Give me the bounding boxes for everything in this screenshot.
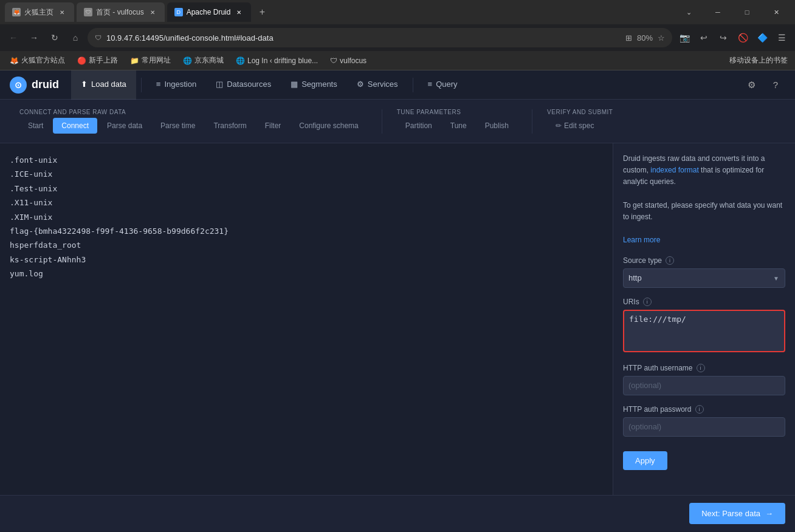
tab-2-close[interactable]: ✕ — [148, 7, 157, 17]
back-history-button[interactable]: ↩ — [695, 29, 712, 46]
source-type-select[interactable]: http local s3 — [623, 268, 785, 288]
nav-datasources-label: Datasources — [227, 80, 271, 89]
list-item: .Test-unix — [10, 182, 603, 196]
step-filter[interactable]: Filter — [256, 118, 290, 134]
bookmark-vulfocus[interactable]: 🛡 vulfocus — [328, 55, 369, 66]
bookmark-drifting[interactable]: 🌐 Log In ‹ drifting blue... — [233, 55, 320, 66]
uris-info-icon[interactable]: i — [643, 298, 652, 306]
help-button[interactable]: ? — [766, 75, 785, 95]
qr-code-icon[interactable]: ⊞ — [625, 33, 632, 43]
http-auth-username-info-icon[interactable]: i — [697, 364, 705, 372]
druid-nav: ⊙ druid ⬆ Load data ≡ Ingestion ◫ Dataso… — [0, 70, 795, 100]
nav-ingestion[interactable]: ≡ Ingestion — [146, 70, 206, 100]
forward-history-button[interactable]: ↪ — [715, 29, 732, 46]
http-auth-password-input[interactable] — [623, 417, 785, 437]
tab-1-close[interactable]: ✕ — [57, 7, 67, 17]
tab-1[interactable]: 🦊 火狐主页 ✕ — [5, 2, 74, 22]
http-auth-username-group: HTTP auth username i — [623, 364, 785, 395]
close-button[interactable]: ✕ — [762, 2, 790, 22]
forward-button[interactable]: → — [26, 29, 43, 46]
wizard-sep-2 — [532, 109, 532, 134]
bookmark-firefox[interactable]: 🦊 火狐官方站点 — [7, 54, 67, 67]
addon-icon-2[interactable]: 🔷 — [754, 29, 771, 46]
nav-ingestion-label: Ingestion — [164, 80, 196, 89]
bookmark-common-label: 常用网址 — [142, 55, 171, 66]
nav-query[interactable]: ≡ Query — [418, 70, 467, 100]
menu-button[interactable]: ☰ — [773, 29, 790, 46]
bookmark-jd-label: 京东商城 — [194, 55, 224, 66]
bookmark-firefox-label: 火狐官方站点 — [21, 55, 65, 66]
tab-2[interactable]: 🛡 首页 - vulfocus ✕ — [77, 2, 165, 22]
address-bar[interactable]: 🛡 10.9.47.6:14495/unified-console.html#l… — [88, 28, 672, 47]
next-button-label: Next: Parse data — [701, 509, 760, 518]
nav-divider-2 — [413, 78, 413, 92]
bottom-bar: Next: Parse data → — [0, 495, 795, 531]
tab-3[interactable]: D Apache Druid ✕ — [167, 2, 252, 22]
bookmark-jd-icon: 🌐 — [183, 56, 192, 65]
step-parse-data[interactable]: Parse data — [98, 118, 151, 134]
step-parse-time[interactable]: Parse time — [152, 118, 204, 134]
step-edit-spec[interactable]: ✏ Edit spec — [547, 118, 602, 134]
security-icon: 🛡 — [95, 34, 102, 41]
learn-more-link[interactable]: Learn more — [623, 236, 660, 244]
settings-button[interactable]: ⚙ — [742, 75, 761, 95]
new-tab-button[interactable]: + — [253, 4, 270, 21]
nav-query-label: Query — [436, 80, 457, 89]
list-item: flag-{bmha4322498-f99f-4136-9658-b99d66f… — [10, 224, 603, 238]
nav-divider-1 — [141, 78, 142, 92]
step-start[interactable]: Start — [19, 118, 52, 134]
step-configure-schema[interactable]: Configure schema — [291, 118, 367, 134]
uris-group: URIs i file:///tmp/ — [623, 298, 785, 354]
step-transform[interactable]: Transform — [205, 118, 255, 134]
bookmark-newbie[interactable]: 🔴 新手上路 — [75, 54, 120, 67]
mobile-bookmarks[interactable]: 移动设备上的书签 — [729, 55, 788, 66]
address-text: 10.9.47.6:14495/unified-console.html#loa… — [106, 33, 621, 43]
step-partition[interactable]: Partition — [397, 118, 441, 134]
source-type-select-wrapper: http local s3 — [623, 268, 785, 288]
bookmark-newbie-label: 新手上路 — [89, 55, 118, 66]
step-tune[interactable]: Tune — [442, 118, 475, 134]
tab-list-button[interactable]: ⌄ — [675, 2, 703, 22]
bookmark-drifting-label: Log In ‹ drifting blue... — [247, 56, 318, 65]
list-item: .ICE-unix — [10, 167, 603, 181]
indexed-format-link[interactable]: indexed format — [650, 166, 698, 174]
tab-3-close[interactable]: ✕ — [234, 7, 244, 17]
step-connect[interactable]: Connect — [53, 118, 97, 134]
uris-textarea[interactable]: file:///tmp/ — [623, 310, 785, 352]
home-button[interactable]: ⌂ — [67, 29, 84, 46]
druid-logo[interactable]: ⊙ druid — [10, 77, 59, 94]
services-icon: ⚙ — [357, 80, 364, 89]
wizard-header: Connect and parse raw data Start Connect… — [0, 100, 795, 143]
http-auth-password-group: HTTP auth password i — [623, 405, 785, 437]
bookmark-jd[interactable]: 🌐 京东商城 — [181, 54, 226, 67]
http-auth-username-input[interactable] — [623, 376, 785, 395]
minimize-button[interactable]: ─ — [704, 2, 732, 22]
main-area: Connect and parse raw data Start Connect… — [0, 100, 795, 531]
load-data-icon: ⬆ — [81, 80, 88, 89]
maximize-button[interactable]: □ — [733, 2, 761, 22]
screenshot-button[interactable]: 📷 — [676, 29, 693, 46]
bookmark-icon[interactable]: ☆ — [658, 33, 665, 43]
http-auth-password-info-icon[interactable]: i — [695, 405, 704, 414]
tab-3-label: Apache Druid — [187, 8, 231, 16]
bookmark-drifting-icon: 🌐 — [236, 56, 245, 65]
next-button[interactable]: Next: Parse data → — [689, 503, 785, 524]
nav-segments[interactable]: ▦ Segments — [281, 70, 347, 100]
bookmark-common-icon: 📁 — [130, 56, 139, 65]
uris-textarea-wrap: file:///tmp/ — [623, 310, 785, 354]
source-type-info-icon[interactable]: i — [666, 256, 674, 265]
apply-button[interactable]: Apply — [623, 451, 667, 470]
list-item: .X11-unix — [10, 196, 603, 210]
bookmark-common[interactable]: 📁 常用网址 — [128, 54, 173, 67]
nav-extra-buttons: 📷 ↩ ↪ 🚫 🔷 ☰ — [676, 29, 790, 46]
refresh-button[interactable]: ↻ — [46, 29, 63, 46]
nav-services[interactable]: ⚙ Services — [347, 70, 408, 100]
nav-load-data[interactable]: ⬆ Load data — [71, 70, 136, 100]
browser-title-bar: 🦊 火狐主页 ✕ 🛡 首页 - vulfocus ✕ D Apache Drui… — [0, 0, 795, 24]
wizard-section-tune: Tune parameters Partition Tune Publish — [387, 109, 527, 134]
section-3-steps: ✏ Edit spec — [547, 118, 613, 134]
addon-icon-1[interactable]: 🚫 — [734, 29, 751, 46]
step-publish[interactable]: Publish — [477, 118, 517, 134]
back-button[interactable]: ← — [5, 29, 22, 46]
nav-datasources[interactable]: ◫ Datasources — [206, 70, 281, 100]
